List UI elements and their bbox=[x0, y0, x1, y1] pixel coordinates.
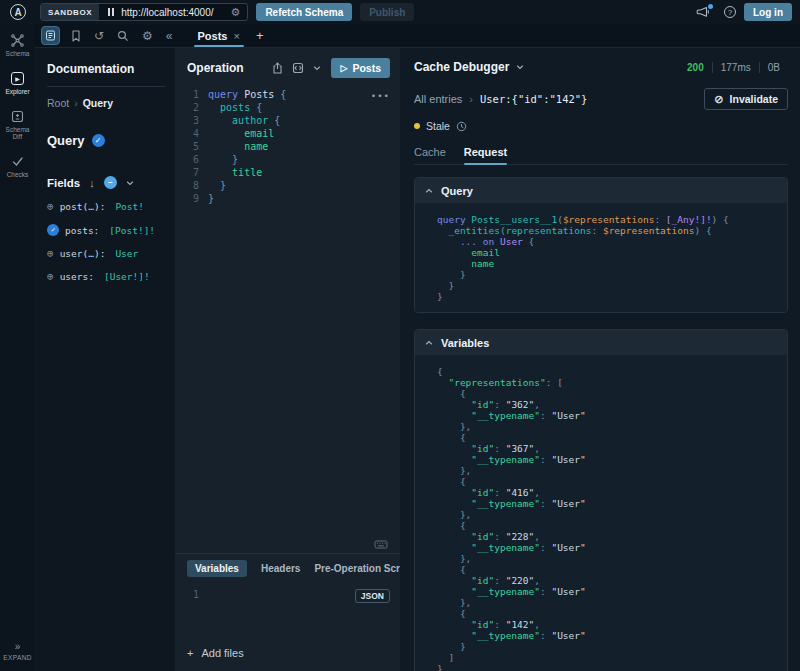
variables-section-header[interactable]: Variables bbox=[415, 330, 787, 355]
tab-posts[interactable]: Posts × bbox=[190, 24, 248, 47]
request-variables-code[interactable]: { "representations": [ { "id": "362", "_… bbox=[415, 355, 787, 671]
chevron-down-icon bbox=[516, 63, 524, 71]
run-operation-button[interactable]: ▷ Posts bbox=[331, 58, 390, 78]
tab-pre-operation-script[interactable]: Pre-Operation Script bbox=[314, 563, 400, 574]
sidebar-item-checks[interactable]: Checks bbox=[7, 155, 29, 179]
variables-editor[interactable]: 1 JSON bbox=[175, 583, 400, 639]
operation-editor[interactable]: 123456789 query Posts { posts { author {… bbox=[175, 84, 400, 539]
variables-section: Variables { "representations": [ { "id":… bbox=[414, 329, 788, 671]
chevron-down-icon[interactable] bbox=[313, 64, 321, 72]
announcements-megaphone-icon[interactable] bbox=[696, 6, 710, 18]
explorer-tab-bar: ↺ ⚙ « Posts × + bbox=[35, 24, 800, 48]
endpoint-url-bar[interactable]: SANDBOX http://localhost:4000/ ⚙ bbox=[40, 3, 248, 21]
plus-icon: + bbox=[187, 647, 193, 659]
field-row-users[interactable]: ⊕ users:[User!]! bbox=[47, 271, 165, 282]
tab-cache[interactable]: Cache bbox=[414, 146, 446, 164]
keyboard-shortcuts-icon[interactable] bbox=[374, 539, 388, 549]
sidebar-item-schema[interactable]: Schema bbox=[6, 34, 30, 58]
response-size: 0B bbox=[759, 62, 788, 73]
operation-code[interactable]: query Posts { posts { author { email nam… bbox=[208, 88, 286, 205]
add-field-plus-icon[interactable]: ⊕ bbox=[47, 248, 54, 259]
query-section-header[interactable]: Query bbox=[415, 178, 787, 203]
apollo-logo: A bbox=[10, 4, 26, 20]
search-icon[interactable] bbox=[117, 30, 129, 42]
tab-request[interactable]: Request bbox=[464, 146, 507, 164]
left-nav-rail: Schema ▶ Explorer Schema Diff Checks » E… bbox=[0, 24, 35, 671]
editor-menu-dots-icon[interactable]: ••• bbox=[371, 90, 390, 103]
cache-debugger-panel: Cache Debugger 200 177ms 0B All entries … bbox=[400, 48, 800, 671]
breadcrumb-root[interactable]: Root bbox=[47, 97, 69, 109]
new-tab-button[interactable]: + bbox=[256, 28, 264, 43]
add-field-plus-icon[interactable]: ⊕ bbox=[47, 201, 54, 212]
sidebar-item-schema-diff[interactable]: Schema Diff bbox=[0, 110, 35, 142]
breadcrumb-all-entries[interactable]: All entries bbox=[414, 93, 462, 105]
field-row-post[interactable]: ⊕ post(…):Post! bbox=[47, 201, 165, 212]
tab-headers[interactable]: Headers bbox=[261, 563, 300, 574]
deselect-all-icon[interactable]: − bbox=[104, 176, 117, 189]
invalidate-button[interactable]: ⊘ Invalidate bbox=[704, 88, 788, 110]
field-selected-check-icon[interactable]: ✓ bbox=[47, 224, 59, 236]
settings-gear-icon[interactable]: ⚙ bbox=[142, 29, 153, 43]
double-chevron-right-icon: » bbox=[15, 641, 21, 652]
publish-button[interactable]: Publish bbox=[360, 3, 414, 21]
refetch-schema-button[interactable]: Refetch Schema bbox=[256, 3, 352, 21]
stale-status: Stale bbox=[414, 120, 788, 132]
response-stats: 200 177ms 0B bbox=[679, 62, 788, 73]
add-files-button[interactable]: + Add files bbox=[175, 639, 400, 671]
field-row-user[interactable]: ⊕ user(…):User bbox=[47, 248, 165, 259]
fields-chevron-down-icon[interactable] bbox=[126, 179, 134, 187]
sidebar-item-explorer[interactable]: ▶ Explorer bbox=[5, 72, 29, 96]
sort-arrow-down-icon[interactable]: ↓ bbox=[89, 177, 95, 189]
debugger-tabs: Cache Request bbox=[414, 146, 788, 165]
documentation-panel-icon[interactable] bbox=[41, 26, 60, 45]
type-title: Query bbox=[47, 133, 85, 148]
documentation-title: Documentation bbox=[47, 62, 165, 76]
panel-mode-dropdown[interactable]: Cache Debugger bbox=[414, 60, 524, 74]
top-bar: A SANDBOX http://localhost:4000/ ⚙ Refet… bbox=[0, 0, 800, 24]
help-icon[interactable]: ? bbox=[724, 6, 736, 18]
status-code: 200 bbox=[679, 62, 712, 73]
fields-label: Fields bbox=[47, 177, 80, 189]
share-icon[interactable] bbox=[272, 62, 283, 74]
schema-diff-icon bbox=[11, 110, 24, 123]
stale-label: Stale bbox=[426, 120, 450, 132]
chevron-separator: › bbox=[74, 97, 78, 109]
close-tab-icon[interactable]: × bbox=[233, 30, 239, 42]
block-icon: ⊘ bbox=[714, 93, 723, 106]
collapse-panel-icon[interactable]: « bbox=[166, 29, 173, 43]
checkmark-icon bbox=[11, 155, 24, 168]
login-button[interactable]: Log in bbox=[744, 3, 792, 21]
active-tab-underline bbox=[194, 45, 244, 47]
breadcrumb-current: Query bbox=[83, 97, 113, 109]
line-numbers: 123456789 bbox=[175, 88, 199, 205]
chevron-separator: › bbox=[469, 93, 473, 105]
type-selected-check-icon: ✓ bbox=[92, 134, 105, 147]
cache-entry-id: User:{"id":"142"} bbox=[480, 93, 587, 105]
expand-rail-button[interactable]: » EXPAND bbox=[3, 641, 32, 661]
sandbox-badge: SANDBOX bbox=[41, 4, 99, 20]
operation-title: Operation bbox=[187, 61, 263, 75]
stale-status-dot bbox=[414, 123, 420, 129]
field-row-posts[interactable]: ✓ posts:[Post!]! bbox=[47, 224, 165, 236]
saved-operations-bookmark-icon[interactable] bbox=[71, 30, 81, 42]
operation-bottom-tabs: Variables Headers Pre-Operation Script P… bbox=[175, 553, 400, 583]
add-field-plus-icon[interactable]: ⊕ bbox=[47, 271, 54, 282]
latency: 177ms bbox=[712, 62, 759, 73]
schema-graph-icon bbox=[11, 34, 24, 47]
tab-variables[interactable]: Variables bbox=[187, 560, 247, 577]
play-icon: ▷ bbox=[340, 63, 347, 73]
chevron-up-icon bbox=[425, 339, 433, 347]
endpoint-settings-gear-icon[interactable]: ⚙ bbox=[224, 6, 248, 19]
json-format-badge[interactable]: JSON bbox=[355, 589, 390, 603]
history-icon[interactable]: ↺ bbox=[94, 29, 104, 43]
explorer-play-icon: ▶ bbox=[11, 72, 24, 85]
clock-icon[interactable] bbox=[456, 121, 467, 132]
notification-dot bbox=[708, 4, 713, 9]
gist-icon[interactable] bbox=[292, 62, 304, 74]
query-section: Query query Posts__users__1($representat… bbox=[414, 177, 788, 313]
request-query-code[interactable]: query Posts__users__1($representations: … bbox=[415, 203, 787, 312]
endpoint-url[interactable]: http://localhost:4000/ bbox=[121, 7, 213, 18]
documentation-panel: Documentation Root › Query Query ✓ Field… bbox=[35, 48, 175, 671]
variables-line-number: 1 bbox=[175, 589, 199, 600]
pause-icon[interactable] bbox=[108, 8, 114, 16]
